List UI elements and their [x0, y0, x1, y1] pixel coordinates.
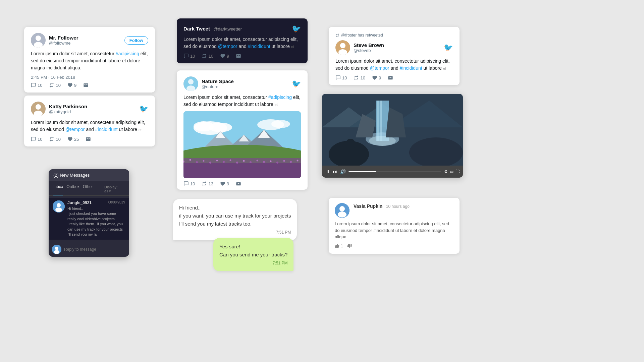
tweet-card-dark: Dark Tweet @darktweetter 🐦 Lorem ipsum d…: [177, 18, 308, 63]
retweet-action[interactable]: 13: [202, 181, 213, 186]
comment-text: Lorem ipsum dolor sit amet, consectetur …: [335, 221, 453, 240]
svg-point-62: [57, 203, 61, 207]
svg-point-7: [188, 79, 194, 84]
tweet-body: Lorem ipsum dolor sit amet, consectetur …: [31, 50, 148, 71]
theater-icon[interactable]: ▭: [450, 169, 453, 174]
svg-point-59: [346, 139, 355, 148]
comment-user-avatar: [335, 203, 350, 218]
next-button[interactable]: ⏭: [333, 169, 337, 174]
chat-sent-text: Yes sure!Can you send me your tracks?: [219, 243, 287, 259]
tweet-actions: 10 10 9: [183, 53, 301, 59]
dislike-action[interactable]: [347, 244, 352, 248]
comment-actions: 1: [335, 244, 453, 248]
reply-input[interactable]: [64, 247, 126, 252]
tweet-card-nature: Nature Space @nature 🐦 Lorem ipsum dolor…: [177, 70, 308, 190]
avatar-mr-follower: [31, 33, 46, 48]
svg-point-1: [36, 36, 41, 41]
chat-sent-time: 7:51 PM: [219, 260, 287, 266]
tweet-actions: 10 13 9: [183, 181, 301, 186]
twitter-bird-icon: 🐦: [292, 24, 301, 33]
comment-action[interactable]: 10: [335, 75, 347, 80]
svg-point-63: [55, 207, 62, 212]
svg-point-41: [297, 160, 299, 162]
tweet-body: Lorem ipsum dolor sit amet, consectetur …: [335, 58, 453, 72]
like-action[interactable]: 9: [220, 53, 229, 59]
message-text: Hi friend..I just checked you have some …: [67, 206, 125, 237]
svg-point-33: [243, 160, 245, 162]
tweet-actions: 10 10 25: [31, 136, 148, 142]
retweet-action[interactable]: 10: [202, 53, 213, 59]
chat-received-text: Hi friend..if you want, you can use my t…: [179, 204, 291, 228]
comment-action[interactable]: 10: [31, 82, 42, 88]
tweet-body: Lorem ipsum dolor sit amet, consectetur …: [183, 36, 301, 50]
pause-button[interactable]: ⏸: [325, 169, 330, 174]
tweet-timestamp: 2:45 PM · 16 Feb 2018: [31, 75, 148, 80]
like-action[interactable]: 9: [372, 75, 381, 80]
message-input-row: [49, 242, 129, 257]
comment-action[interactable]: 10: [183, 53, 195, 59]
svg-point-4: [36, 104, 41, 110]
retweet-action[interactable]: 10: [49, 136, 60, 142]
reply-avatar: [52, 245, 61, 254]
tweet-user-name: Nature Space: [202, 78, 292, 84]
comment-action[interactable]: 10: [31, 136, 42, 142]
tweet-user-handle: @kattygold: [49, 109, 139, 114]
retweet-badge: @froster has retweeted: [335, 33, 453, 38]
chat-received-time: 7:51 PM: [179, 229, 291, 236]
svg-point-68: [339, 206, 345, 212]
dm-action[interactable]: [388, 75, 393, 80]
svg-point-34: [250, 161, 252, 163]
like-action[interactable]: 9: [220, 181, 229, 186]
like-action[interactable]: 25: [67, 136, 79, 142]
display-filter[interactable]: Display: all ▾: [100, 183, 124, 195]
like-action[interactable]: 9: [67, 82, 76, 88]
dm-action[interactable]: [236, 53, 241, 59]
settings-icon[interactable]: ⚙: [444, 169, 448, 174]
svg-point-69: [338, 212, 346, 218]
svg-point-66: [54, 250, 59, 254]
svg-point-36: [263, 161, 265, 163]
dm-action[interactable]: [236, 181, 241, 186]
dm-action[interactable]: [83, 82, 89, 88]
follow-button[interactable]: Follow: [124, 36, 148, 45]
volume-button[interactable]: 🔊: [340, 169, 346, 174]
tab-other[interactable]: Other: [83, 183, 93, 195]
svg-point-29: [216, 160, 218, 162]
tab-inbox[interactable]: Inbox: [53, 183, 63, 195]
dm-action[interactable]: [86, 136, 91, 142]
svg-rect-23: [183, 163, 301, 178]
tweet-body: Lorem ipsum dolor sit amet, consectetur …: [183, 94, 301, 108]
tweet-actions: 10 10 9: [335, 75, 453, 80]
tweet-user-handle: @nature: [202, 84, 292, 89]
svg-point-12: [209, 123, 232, 132]
retweet-action[interactable]: 10: [354, 75, 365, 80]
twitter-bird-icon: 🐦: [292, 79, 301, 88]
video-controls-bar: ⏸ ⏭ 🔊 ⚙ ▭ ⛶: [322, 166, 463, 178]
twitter-bird-icon: 🐦: [139, 105, 148, 113]
video-extra-controls: ⚙ ▭ ⛶: [444, 169, 460, 174]
svg-point-30: [223, 161, 225, 163]
tweet-user-handle: @steveb: [354, 48, 444, 53]
tweet-user-handle: @followme: [49, 41, 124, 46]
retweet-action[interactable]: 10: [49, 82, 60, 88]
fullscreen-icon[interactable]: ⛶: [455, 169, 460, 174]
avatar-steve: [335, 40, 350, 55]
tweet-user-name: Katty Parkinson: [49, 104, 139, 109]
svg-point-27: [203, 160, 205, 162]
tweet-user-name: Dark Tweet: [183, 26, 210, 32]
message-content: Jungle_0921 08/08/2019 Hi friend..I just…: [67, 200, 125, 237]
comment-card-vasia: Vasia Pupkin 10 hours ago Lorem ipsum do…: [329, 198, 460, 254]
avatar-nature: [183, 76, 198, 91]
avatar-katty: [31, 102, 46, 116]
tab-outbox[interactable]: Outbox: [66, 183, 79, 195]
progress-fill: [348, 171, 376, 172]
like-action[interactable]: 1: [335, 244, 343, 248]
tweet-user-name: Steve Brown: [354, 42, 444, 48]
message-item[interactable]: Jungle_0921 08/08/2019 Hi friend..I just…: [49, 198, 129, 240]
progress-bar[interactable]: [348, 171, 441, 172]
comment-action[interactable]: 10: [183, 181, 195, 186]
chat-bubble-received: Hi friend..if you want, you can use my t…: [173, 199, 297, 240]
video-player: ⏸ ⏭ 🔊 ⚙ ▭ ⛶: [322, 94, 463, 178]
message-date: 08/08/2019: [108, 200, 125, 205]
tweet-actions: 10 10 9: [31, 82, 148, 88]
